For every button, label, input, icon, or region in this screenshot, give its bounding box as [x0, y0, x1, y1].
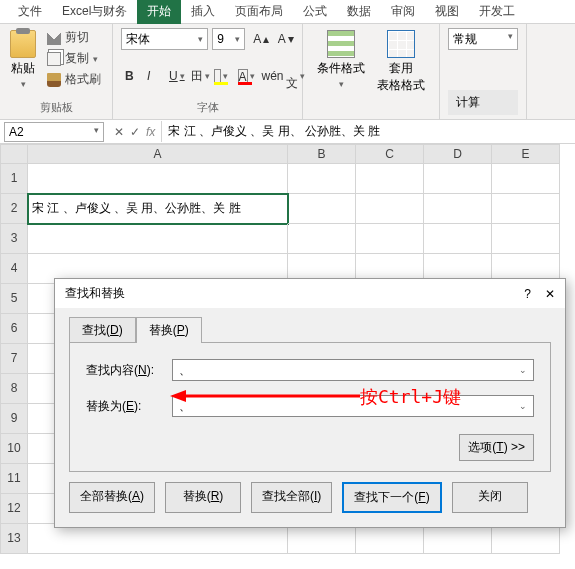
- row-header-10[interactable]: 10: [0, 434, 28, 464]
- col-header-E[interactable]: E: [492, 144, 560, 164]
- increase-font-button[interactable]: A▴: [249, 30, 269, 48]
- group-clipboard: 粘贴 ▾ 剪切 复制▾ 格式刷 剪贴板: [0, 24, 113, 119]
- dialog-tab-replace[interactable]: 替换(P): [136, 317, 202, 343]
- name-box-value: A2: [9, 125, 24, 139]
- brush-icon: [47, 73, 61, 87]
- replace-input[interactable]: 、⌄: [172, 395, 534, 417]
- find-label: 查找内容(N):: [86, 362, 164, 379]
- font-color-button[interactable]: A▾: [234, 67, 256, 85]
- find-next-button[interactable]: 查找下一个(F): [342, 482, 441, 513]
- cell-C3[interactable]: [356, 224, 424, 254]
- chevron-down-icon: ▾: [93, 54, 98, 64]
- row-header-5[interactable]: 5: [0, 284, 28, 314]
- group-styles: 条件格式 ▾ 套用 表格格式: [303, 24, 440, 119]
- dialog-tab-find[interactable]: 查找(D): [69, 317, 136, 343]
- replace-all-button[interactable]: 全部替换(A): [69, 482, 155, 513]
- row-header-12[interactable]: 12: [0, 494, 28, 524]
- clipboard-group-label: 剪贴板: [8, 100, 104, 115]
- cell-C13[interactable]: [356, 524, 424, 554]
- help-icon[interactable]: ?: [524, 287, 531, 301]
- tab-layout[interactable]: 页面布局: [225, 0, 293, 24]
- tab-view[interactable]: 视图: [425, 0, 469, 24]
- cell-E2[interactable]: [492, 194, 560, 224]
- paste-button[interactable]: 粘贴 ▾: [8, 28, 38, 91]
- col-header-A[interactable]: A: [28, 144, 288, 164]
- close-button[interactable]: 关闭: [452, 482, 528, 513]
- cell-D1[interactable]: [424, 164, 492, 194]
- formula-bar[interactable]: 宋 江 、卢俊义 、吴 用、 公孙胜、关 胜: [161, 121, 575, 142]
- format-painter-button[interactable]: 格式刷: [44, 70, 104, 89]
- cancel-formula-icon[interactable]: ✕: [114, 125, 124, 139]
- row-header-4[interactable]: 4: [0, 254, 28, 284]
- bold-button[interactable]: B: [121, 67, 141, 85]
- ribbon-tabs: 文件 Excel与财务 开始 插入 页面布局 公式 数据 审阅 视图 开发工: [0, 0, 575, 24]
- row-header-8[interactable]: 8: [0, 374, 28, 404]
- cell-A1[interactable]: [28, 164, 288, 194]
- cell-E1[interactable]: [492, 164, 560, 194]
- tab-home[interactable]: 开始: [137, 0, 181, 24]
- cell-C2[interactable]: [356, 194, 424, 224]
- cell-E3[interactable]: [492, 224, 560, 254]
- underline-button[interactable]: U▾: [165, 67, 185, 85]
- conditional-format-button[interactable]: 条件格式 ▾: [311, 28, 371, 91]
- find-input[interactable]: 、⌄: [172, 359, 534, 381]
- cut-label: 剪切: [65, 29, 89, 46]
- tab-file[interactable]: 文件: [8, 0, 52, 24]
- cell-D2[interactable]: [424, 194, 492, 224]
- italic-button[interactable]: I: [143, 67, 163, 85]
- dialog-titlebar[interactable]: 查找和替换 ? ✕: [55, 279, 565, 308]
- table-format-button[interactable]: 套用 表格格式: [371, 28, 431, 96]
- tab-insert[interactable]: 插入: [181, 0, 225, 24]
- tab-data[interactable]: 数据: [337, 0, 381, 24]
- find-all-button[interactable]: 查找全部(I): [251, 482, 332, 513]
- cell-C1[interactable]: [356, 164, 424, 194]
- tab-dev[interactable]: 开发工: [469, 0, 525, 24]
- cut-button[interactable]: 剪切: [44, 28, 104, 47]
- row-header-1[interactable]: 1: [0, 164, 28, 194]
- cell-D3[interactable]: [424, 224, 492, 254]
- row-header-2[interactable]: 2: [0, 194, 28, 224]
- row-header-6[interactable]: 6: [0, 314, 28, 344]
- decrease-font-button[interactable]: A▾: [274, 30, 294, 48]
- number-format-combo[interactable]: 常规▾: [448, 28, 518, 50]
- row-header-3[interactable]: 3: [0, 224, 28, 254]
- phonetic-button[interactable]: wén文▾: [257, 59, 294, 94]
- fx-icon[interactable]: fx: [146, 125, 155, 139]
- cell-B1[interactable]: [288, 164, 356, 194]
- col-header-B[interactable]: B: [288, 144, 356, 164]
- cell-D13[interactable]: [424, 524, 492, 554]
- ribbon: 粘贴 ▾ 剪切 复制▾ 格式刷 剪贴板 宋体▾ 9▾ A▴ A▾ B I U▾ …: [0, 24, 575, 120]
- cell-A13[interactable]: [28, 524, 288, 554]
- border-button[interactable]: 田▾: [187, 66, 208, 87]
- tab-formula[interactable]: 公式: [293, 0, 337, 24]
- name-box[interactable]: A2▾: [4, 122, 104, 142]
- font-size-value: 9: [217, 32, 224, 46]
- accept-formula-icon[interactable]: ✓: [130, 125, 140, 139]
- replace-label: 替换为(E):: [86, 398, 164, 415]
- options-button[interactable]: 选项(T) >>: [459, 434, 534, 461]
- paste-icon: [10, 30, 36, 58]
- cell-E13[interactable]: [492, 524, 560, 554]
- cell-B3[interactable]: [288, 224, 356, 254]
- fill-color-button[interactable]: ▾: [210, 67, 232, 85]
- row-header-7[interactable]: 7: [0, 344, 28, 374]
- row-header-9[interactable]: 9: [0, 404, 28, 434]
- tab-review[interactable]: 审阅: [381, 0, 425, 24]
- cell-A2[interactable]: 宋 江 、卢俊义 、吴 用、公孙胜、关 胜: [28, 194, 288, 224]
- replace-button[interactable]: 替换(R): [165, 482, 241, 513]
- cell-A3[interactable]: [28, 224, 288, 254]
- font-size-combo[interactable]: 9▾: [212, 28, 245, 50]
- find-replace-dialog: 查找和替换 ? ✕ 查找(D) 替换(P) 查找内容(N): 、⌄ 替换为(E)…: [54, 278, 566, 528]
- select-all-corner[interactable]: [0, 144, 28, 164]
- close-icon[interactable]: ✕: [545, 287, 555, 301]
- font-name-combo[interactable]: 宋体▾: [121, 28, 208, 50]
- row-header-11[interactable]: 11: [0, 464, 28, 494]
- col-header-C[interactable]: C: [356, 144, 424, 164]
- fill-color-icon: [214, 69, 221, 83]
- row-header-13[interactable]: 13: [0, 524, 28, 554]
- cell-B13[interactable]: [288, 524, 356, 554]
- col-header-D[interactable]: D: [424, 144, 492, 164]
- tab-custom[interactable]: Excel与财务: [52, 0, 137, 24]
- copy-button[interactable]: 复制▾: [44, 49, 104, 68]
- cell-B2[interactable]: [288, 194, 356, 224]
